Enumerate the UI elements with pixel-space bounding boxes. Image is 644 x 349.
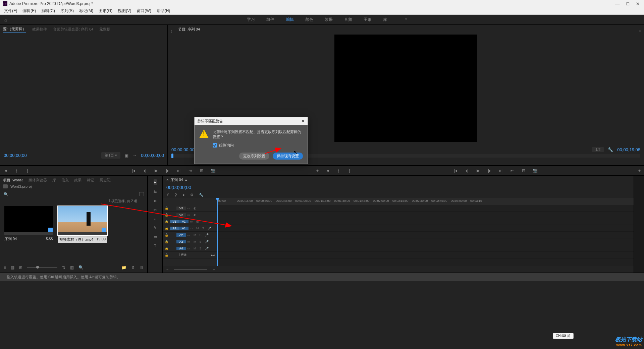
step-fwd-icon[interactable]: |▸: [165, 168, 170, 173]
play-icon[interactable]: ▶: [153, 168, 159, 173]
tab-markers[interactable]: 标记: [87, 178, 94, 183]
program-tc-right[interactable]: 00;00;19;08: [617, 147, 640, 152]
ime-indicator[interactable]: CH ⌨ 简: [553, 333, 574, 339]
step-back-icon[interactable]: ◂|: [142, 168, 147, 173]
playhead[interactable]: [217, 198, 218, 266]
change-sequence-button[interactable]: 更改序列设置: [239, 153, 269, 160]
time-ruler[interactable]: :00:00 00:00:15:00 00:00:30:00 00:00:45:…: [217, 198, 634, 205]
icon-view-icon[interactable]: ▦: [11, 265, 14, 270]
link-icon[interactable]: ⚲: [174, 193, 177, 197]
dialog-close-icon[interactable]: ✕: [301, 119, 305, 124]
goto-in-icon[interactable]: |◂: [130, 168, 136, 173]
menu-sequence[interactable]: 序列(S): [58, 8, 76, 14]
menu-bar[interactable]: 文件(F) 编辑(E) 剪辑(C) 序列(S) 标记(M) 图形(G) 视图(V…: [0, 7, 644, 15]
search-icon[interactable]: 🔍: [4, 192, 8, 196]
program-zoom-select[interactable]: 1/2: [592, 147, 604, 152]
trash-icon[interactable]: 🗑: [140, 265, 144, 270]
menu-clip[interactable]: 剪辑(C): [39, 8, 58, 14]
zoom-slider[interactable]: [174, 269, 207, 270]
add-button-icon[interactable]: +: [316, 168, 319, 173]
toggle-icon[interactable]: ▭: [187, 207, 190, 210]
freeform-icon[interactable]: ⊞: [19, 265, 22, 270]
out2-icon[interactable]: }: [347, 168, 352, 173]
keep-settings-button[interactable]: 保持现有设置: [273, 153, 303, 160]
source-tc-left[interactable]: 00;00;00;00: [4, 153, 27, 158]
track-v3[interactable]: 🔒V3▭◐: [163, 205, 217, 212]
settings-icon[interactable]: ⚙: [190, 193, 194, 197]
goto-out-icon[interactable]: ▸|: [176, 168, 181, 173]
new-bin-icon[interactable]: 📁: [121, 265, 126, 270]
timeline-tab[interactable]: 序列 04: [170, 177, 183, 182]
always-ask-checkbox[interactable]: 始终询问: [213, 143, 303, 148]
auto-seq-icon[interactable]: ▥: [70, 265, 74, 270]
tab-history[interactable]: 历史记: [100, 178, 111, 183]
program-tc-left[interactable]: 00;00;00;00: [171, 147, 195, 152]
menu-markers[interactable]: 标记(M): [76, 8, 96, 14]
maximize-button[interactable]: □: [627, 1, 629, 6]
ripple-tool-icon[interactable]: ⇔: [154, 199, 157, 203]
ws-tab-color[interactable]: 颜色: [305, 17, 313, 22]
zoom-in-icon[interactable]: +: [213, 268, 215, 272]
play2-icon[interactable]: ▶: [475, 168, 481, 173]
track-v2[interactable]: 🔒V2▭◐: [163, 212, 217, 218]
panel-menu-icon[interactable]: ≡: [639, 29, 641, 33]
menu-view[interactable]: 视图(V): [115, 8, 134, 14]
pen-tool-icon[interactable]: ✎: [154, 226, 157, 230]
extract-icon[interactable]: ⊟: [521, 168, 526, 173]
home-icon[interactable]: ⌂: [1, 15, 10, 24]
timeline-timecode[interactable]: 00;00;00;00: [163, 183, 634, 191]
list-view-icon[interactable]: ≡: [4, 265, 6, 270]
ws-tab-assembly[interactable]: 组件: [266, 17, 274, 22]
menu-graphics[interactable]: 图形(G): [96, 8, 115, 14]
slip-tool-icon[interactable]: ↔: [153, 217, 157, 221]
source-tc-right[interactable]: 00;00;00;00: [141, 153, 164, 158]
source-page-picker[interactable]: 第1页 ▾: [101, 152, 120, 159]
menu-help[interactable]: 帮助(H): [154, 8, 173, 14]
goto-out2-icon[interactable]: ▸|: [498, 168, 503, 173]
wrench2-icon[interactable]: 🔧: [199, 193, 204, 197]
menu-file[interactable]: 文件(F): [1, 8, 20, 14]
type-tool-icon[interactable]: T: [154, 244, 156, 248]
always-ask-input[interactable]: [213, 143, 217, 148]
tab-project[interactable]: 项目: Word3: [3, 178, 23, 183]
track-select-tool-icon[interactable]: ⇆: [154, 190, 157, 194]
track-a1[interactable]: 🔒A1A1▭MS🎤: [163, 225, 217, 232]
bin-item-sequence[interactable]: 序列 040:00: [4, 206, 53, 243]
snap-icon[interactable]: ⊻: [166, 193, 169, 197]
track-a4[interactable]: 🔒A4▭MS🎤: [163, 245, 217, 252]
zoom-out-icon[interactable]: −: [166, 268, 168, 272]
export-frame2-icon[interactable]: 📷: [532, 168, 538, 173]
marker2-icon[interactable]: ●: [325, 168, 331, 173]
track-a3[interactable]: 🔒A3▭MS🎤: [163, 238, 217, 245]
ws-tab-learn[interactable]: 学习: [247, 17, 255, 22]
marker-tl-icon[interactable]: ●: [182, 193, 185, 197]
ws-tab-graphics[interactable]: 图形: [364, 17, 372, 22]
menu-edit[interactable]: 编辑(E): [20, 8, 39, 14]
track-master[interactable]: 🔒主声道▸◂: [163, 252, 217, 258]
razor-tool-icon[interactable]: ✂: [154, 208, 157, 212]
lift-icon[interactable]: ⇤: [509, 168, 515, 173]
step-back2-icon[interactable]: ◂|: [464, 168, 469, 173]
ws-tab-effects[interactable]: 效果: [325, 17, 333, 22]
tab-effects2[interactable]: 效果: [74, 178, 82, 183]
tab-close-icon[interactable]: ×: [166, 178, 168, 182]
track-a2[interactable]: 🔒A2▭MS🎤: [163, 232, 217, 238]
close-button[interactable]: ✕: [636, 1, 640, 6]
overwrite-icon[interactable]: ⊞: [199, 168, 204, 173]
tab-libraries[interactable]: 库: [52, 178, 56, 183]
add-button2-icon[interactable]: +: [638, 168, 641, 173]
tab-effect-controls[interactable]: 效果控件: [32, 27, 47, 33]
tab-audio-mixer[interactable]: 音频剪辑混合器: 序列 04: [53, 27, 93, 33]
eye-icon[interactable]: ◐: [194, 207, 196, 210]
menu-window[interactable]: 窗口(W): [134, 8, 154, 14]
tab-program[interactable]: 节目: 序列 04: [178, 27, 200, 33]
find-icon[interactable]: 🔍: [78, 265, 84, 270]
folder-icon[interactable]: [139, 192, 144, 196]
out-icon[interactable]: }: [25, 168, 30, 173]
step-fwd2-icon[interactable]: |▸: [487, 168, 492, 173]
ws-overflow-icon[interactable]: »: [405, 17, 408, 22]
ws-tab-editing[interactable]: 编辑: [286, 17, 294, 22]
overlay-icon[interactable]: ↔: [132, 153, 137, 158]
wrench-icon[interactable]: 🔧: [608, 147, 613, 152]
bin-item-video[interactable]: 视频素材（总）.mp419:09: [58, 206, 107, 243]
